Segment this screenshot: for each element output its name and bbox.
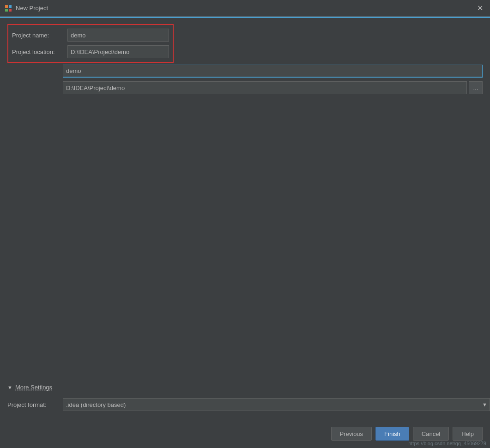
- app-icon: [5, 5, 12, 12]
- svg-rect-3: [9, 9, 12, 12]
- project-format-label: Project format:: [7, 401, 63, 408]
- close-button[interactable]: ✕: [474, 3, 485, 14]
- full-project-location-row: ...: [7, 81, 483, 94]
- project-location-input[interactable]: [67, 45, 169, 58]
- form-area: Project name: Project location:: [0, 17, 490, 68]
- project-format-row: Project format: .idea (directory based) …: [0, 398, 490, 411]
- svg-rect-2: [5, 9, 8, 12]
- project-location-full-input[interactable]: [63, 81, 467, 94]
- more-settings-label: More Settings: [15, 384, 52, 391]
- bottom-area: ▼ More Settings Project format: .idea (d…: [0, 376, 490, 422]
- full-project-name-row: [7, 65, 483, 78]
- title-bar: New Project ✕: [0, 0, 490, 17]
- window-title: New Project: [16, 5, 474, 12]
- more-settings-toggle[interactable]: ▼ More Settings: [0, 381, 490, 394]
- project-location-row: Project location:: [12, 45, 169, 58]
- red-highlight-box: Project name: Project location:: [7, 24, 174, 63]
- browse-button[interactable]: ...: [469, 81, 483, 94]
- project-name-row: Project name:: [12, 29, 169, 42]
- project-location-label: Project location:: [12, 48, 67, 55]
- watermark: https://blog.csdn.net/qq_45069279: [408, 441, 486, 446]
- project-name-label: Project name:: [12, 32, 67, 39]
- content-spacer: [0, 98, 490, 376]
- project-name-full-input[interactable]: [63, 65, 483, 78]
- accent-bar: [0, 17, 490, 18]
- new-project-window: New Project ✕ Project name: Project loca…: [0, 0, 490, 448]
- previous-button[interactable]: Previous: [331, 427, 372, 441]
- cancel-button[interactable]: Cancel: [413, 427, 449, 441]
- project-format-select-wrapper: .idea (directory based) ▼: [63, 398, 490, 411]
- help-button[interactable]: Help: [453, 427, 483, 441]
- finish-button[interactable]: Finish: [375, 427, 409, 441]
- project-format-select[interactable]: .idea (directory based): [63, 398, 490, 411]
- project-name-input[interactable]: [67, 29, 169, 42]
- collapse-arrow-icon: ▼: [7, 385, 12, 390]
- full-width-inputs: ...: [0, 65, 490, 98]
- svg-rect-1: [9, 5, 12, 8]
- svg-rect-0: [5, 5, 8, 8]
